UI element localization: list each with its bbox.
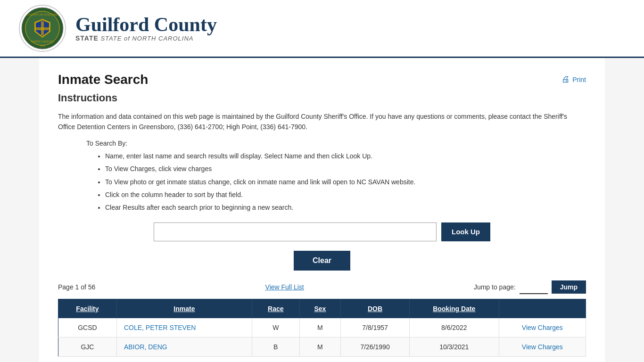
col-sex[interactable]: Sex xyxy=(299,299,340,318)
results-header: Page 1 of 56 View Full List Jump to page… xyxy=(58,280,586,294)
instruction-item-5: Clear Results after each search prior to… xyxy=(105,202,586,213)
instruction-item-1: Name, enter last name and search results… xyxy=(105,151,586,161)
print-icon: 🖨 xyxy=(561,74,570,84)
sex-cell: M xyxy=(299,318,340,337)
page-title: Inmate Search xyxy=(58,72,586,87)
inmate-link[interactable]: ABIOR, DENG xyxy=(124,343,167,351)
col-inmate[interactable]: Inmate xyxy=(116,299,252,318)
inmate-sort-link[interactable]: Inmate xyxy=(173,305,195,313)
col-facility[interactable]: Facility xyxy=(58,299,117,318)
action-cell: View Charges xyxy=(499,318,586,337)
dob-sort-link[interactable]: DOB xyxy=(368,305,382,313)
dob-cell: 7/26/1990 xyxy=(341,337,410,356)
jump-label: Jump to page: xyxy=(474,283,516,291)
col-dob[interactable]: DOB xyxy=(341,299,410,318)
state-label: STATE STATE of NORTH CAROLINA xyxy=(75,34,217,42)
view-charges-link[interactable]: View Charges xyxy=(522,343,563,351)
race-cell: B xyxy=(252,337,299,356)
inmate-cell: ABIOR, DENG xyxy=(116,337,252,356)
sex-cell: M xyxy=(299,337,340,356)
county-seal: COUNTY OF GUILFORD NORTH CAROLINA 1771 xyxy=(19,5,66,52)
facility-cell: GCSD xyxy=(58,318,117,337)
inmate-link[interactable]: COLE, PETER STEVEN xyxy=(124,324,196,331)
search-input[interactable] xyxy=(154,222,437,241)
sex-sort-link[interactable]: Sex xyxy=(314,305,326,313)
jump-area: Jump to page: Jump xyxy=(474,280,586,294)
view-charges-link[interactable]: View Charges xyxy=(522,324,563,331)
inmate-cell: COLE, PETER STEVEN xyxy=(116,318,252,337)
jump-page-input[interactable] xyxy=(520,280,548,294)
instructions-body: The information and data contained on th… xyxy=(58,111,586,132)
page-info: Page 1 of 56 xyxy=(58,283,95,291)
facility-cell: GJC xyxy=(58,337,117,356)
page-header: COUNTY OF GUILFORD NORTH CAROLINA 1771 G… xyxy=(0,0,644,58)
action-cell: View Charges xyxy=(499,337,586,356)
booking-sort-link[interactable]: Booking Date xyxy=(433,305,475,313)
dob-cell: 7/8/1957 xyxy=(341,318,410,337)
svg-rect-8 xyxy=(36,27,49,30)
jump-button[interactable]: Jump xyxy=(552,280,586,294)
table-row: GCSD COLE, PETER STEVEN W M 7/8/1957 8/6… xyxy=(58,318,586,337)
lookup-button[interactable]: Look Up xyxy=(441,222,490,241)
instructions-title: Instructions xyxy=(58,92,586,104)
svg-text:1771: 1771 xyxy=(40,45,45,48)
table-row: GJC ABIOR, DENG B M 7/26/1990 10/3/2021 … xyxy=(58,337,586,356)
instruction-item-4: Click on the column header to sort by th… xyxy=(105,189,586,200)
search-area: Look Up xyxy=(58,222,586,241)
print-link[interactable]: 🖨 Print xyxy=(561,74,586,84)
search-by-label: To Search By: xyxy=(86,140,586,147)
view-full-list-link[interactable]: View Full List xyxy=(265,283,304,291)
results-table: Facility Inmate Race Sex DOB Booking Dat… xyxy=(58,299,586,357)
booking-date-cell: 10/3/2021 xyxy=(409,337,499,356)
clear-button[interactable]: Clear xyxy=(294,251,350,271)
svg-text:COUNTY OF GUILFORD: COUNTY OF GUILFORD xyxy=(27,13,58,16)
col-booking-date[interactable]: Booking Date xyxy=(409,299,499,318)
col-race[interactable]: Race xyxy=(252,299,299,318)
clear-area: Clear xyxy=(58,251,586,271)
county-title: Guilford County xyxy=(75,15,217,34)
table-body: GCSD COLE, PETER STEVEN W M 7/8/1957 8/6… xyxy=(58,318,586,357)
seal-svg: COUNTY OF GUILFORD NORTH CAROLINA 1771 xyxy=(21,7,64,49)
instruction-item-2: To View Charges, click view charges xyxy=(105,164,586,174)
booking-date-cell: 8/6/2022 xyxy=(409,318,499,337)
race-cell: W xyxy=(252,318,299,337)
main-content: 🖨 Print Inmate Search Instructions The i… xyxy=(39,58,605,362)
facility-sort-link[interactable]: Facility xyxy=(76,305,99,313)
county-name-block: Guilford County STATE STATE of NORTH CAR… xyxy=(75,15,217,42)
table-header: Facility Inmate Race Sex DOB Booking Dat… xyxy=(58,299,586,318)
instructions-list: Name, enter last name and search results… xyxy=(105,151,586,213)
instruction-item-3: To View photo or get inmate status chang… xyxy=(105,177,586,187)
race-sort-link[interactable]: Race xyxy=(268,305,283,313)
svg-text:NORTH CAROLINA: NORTH CAROLINA xyxy=(31,40,54,43)
content-header-row: 🖨 Print Inmate Search xyxy=(58,67,586,92)
col-action xyxy=(499,299,586,318)
